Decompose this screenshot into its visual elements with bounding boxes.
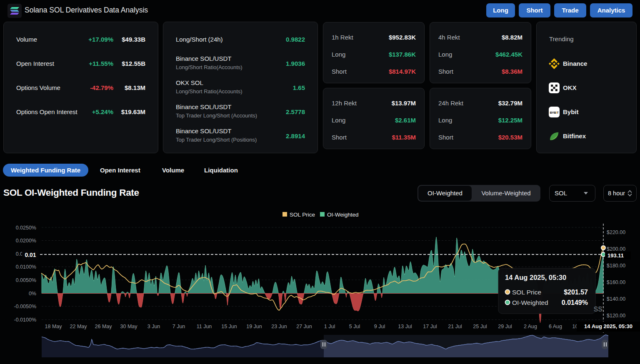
- svg-text:6 Aug: 6 Aug: [549, 324, 562, 329]
- svg-text:BYBIT: BYBIT: [550, 111, 559, 115]
- svg-text:30 May: 30 May: [120, 324, 138, 329]
- svg-text:14 Aug 2025, 05:30: 14 Aug 2025, 05:30: [584, 323, 632, 329]
- svg-text:0.0050%: 0.0050%: [16, 277, 36, 283]
- svg-text:25 Jul: 25 Jul: [473, 324, 487, 329]
- svg-text:-0.0050%: -0.0050%: [14, 304, 36, 309]
- svg-text:1 Jul: 1 Jul: [324, 324, 335, 329]
- svg-text:$180.00: $180.00: [607, 263, 625, 269]
- svg-text:18 May: 18 May: [45, 324, 62, 329]
- svg-text:7 Jun: 7 Jun: [172, 324, 185, 329]
- svg-text:OI-Weighted: OI-Weighted: [512, 299, 548, 306]
- svg-text:0.01: 0.01: [25, 252, 36, 258]
- svg-text:13 Jul: 13 Jul: [398, 324, 412, 329]
- svg-text:2 Aug: 2 Aug: [524, 324, 537, 329]
- svg-text:22 May: 22 May: [70, 324, 88, 329]
- svg-text:-0.0100%: -0.0100%: [14, 317, 36, 323]
- svg-text:0%: 0%: [29, 291, 36, 297]
- svg-text:$200.00: $200.00: [607, 246, 625, 252]
- svg-text:11 Jun: 11 Jun: [197, 324, 212, 329]
- svg-text:21 Jul: 21 Jul: [448, 324, 462, 329]
- svg-text:9 Jul: 9 Jul: [374, 324, 385, 329]
- svg-text:26 May: 26 May: [95, 324, 112, 329]
- svg-text:SOL Price: SOL Price: [290, 212, 315, 218]
- svg-text:$220.00: $220.00: [607, 229, 625, 235]
- svg-text:27 Jun: 27 Jun: [296, 324, 312, 329]
- svg-text:$160.00: $160.00: [607, 279, 625, 285]
- svg-text:0.0250%: 0.0250%: [16, 225, 36, 231]
- svg-text:OI-Weighted: OI-Weighted: [327, 212, 359, 218]
- svg-text:$140.00: $140.00: [607, 296, 625, 302]
- svg-text:193.11: 193.11: [608, 252, 624, 259]
- svg-text:19 Jun: 19 Jun: [246, 324, 262, 329]
- svg-text:15 Jun: 15 Jun: [221, 324, 237, 329]
- svg-text:0.0149%: 0.0149%: [562, 299, 588, 306]
- svg-text:0.0200%: 0.0200%: [16, 238, 36, 244]
- svg-text:$201.57: $201.57: [564, 289, 588, 296]
- svg-text:5 Jul: 5 Jul: [349, 324, 360, 329]
- svg-text:17 Jul: 17 Jul: [423, 324, 437, 329]
- svg-text:$120.00: $120.00: [607, 313, 625, 319]
- svg-text:0.0100%: 0.0100%: [16, 264, 36, 270]
- svg-text:29 Jul: 29 Jul: [498, 324, 512, 329]
- svg-text:SOL Price: SOL Price: [512, 289, 541, 296]
- svg-text:3 Jun: 3 Jun: [148, 324, 160, 329]
- svg-text:14 Aug 2025, 05:30: 14 Aug 2025, 05:30: [505, 274, 566, 281]
- svg-text:SS: SS: [594, 306, 603, 313]
- svg-text:23 Jun: 23 Jun: [271, 324, 287, 329]
